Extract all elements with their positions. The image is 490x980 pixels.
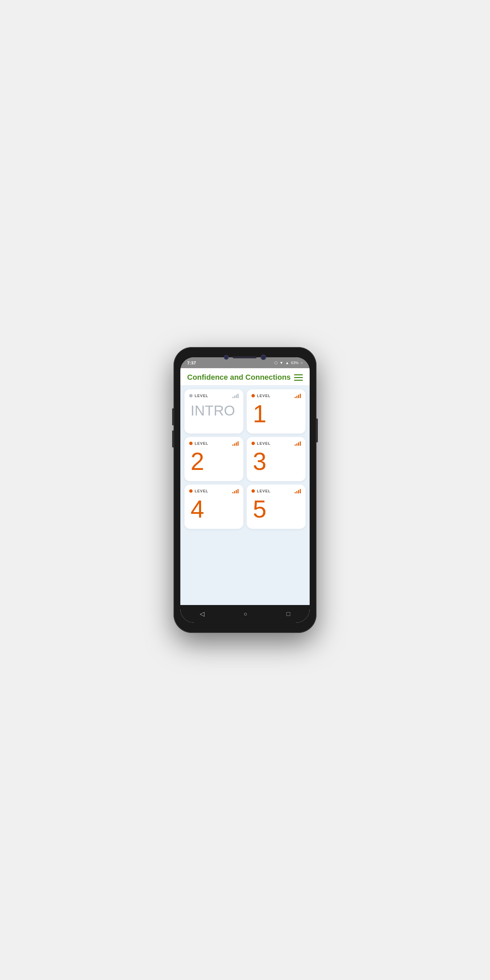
level-label-1: LEVEL (257, 394, 270, 398)
front-camera-right (261, 355, 266, 360)
level-card-2[interactable]: LEVEL 2 (185, 437, 243, 481)
level-card-5-left: LEVEL (251, 489, 270, 493)
level-display-intro: INTRO (189, 404, 239, 418)
level-label-3: LEVEL (257, 441, 270, 445)
level-label-intro: LEVEL (195, 394, 208, 398)
level-card-5-header: LEVEL (251, 488, 301, 493)
level-card-2-left: LEVEL (189, 441, 208, 445)
volume-up-button[interactable] (172, 408, 173, 425)
level-card-3-header: LEVEL (251, 441, 301, 446)
volume-down-button[interactable] (172, 430, 173, 447)
level-display-5: 5 (251, 497, 301, 521)
level-dot-1 (251, 394, 255, 398)
signal-icon-intro (232, 393, 239, 398)
level-dot-3 (251, 442, 255, 445)
hamburger-line-1 (294, 374, 303, 375)
phone-device: 7:37 ⬡ ▼ ▲ 63% ○ Confidence and Connecti… (173, 347, 317, 633)
home-nav-button[interactable]: ○ (243, 611, 247, 617)
level-card-4[interactable]: LEVEL 4 (185, 485, 243, 529)
level-display-2: 2 (189, 449, 239, 474)
level-card-4-header: LEVEL (189, 488, 239, 493)
levels-content: LEVEL INTRO (180, 385, 310, 605)
level-dot-5 (251, 489, 255, 493)
level-display-4: 4 (189, 497, 239, 521)
level-card-2-header: LEVEL (189, 441, 239, 446)
level-card-1-header: LEVEL (251, 393, 301, 398)
camera-bar (173, 347, 317, 368)
level-card-intro-header: LEVEL (189, 393, 239, 398)
levels-grid: LEVEL INTRO (185, 389, 305, 529)
level-card-1-left: LEVEL (251, 394, 270, 398)
app-header: Confidence and Connections (180, 368, 310, 385)
level-dot-2 (189, 442, 192, 445)
signal-icon-1 (295, 393, 301, 398)
level-label-4: LEVEL (195, 489, 208, 493)
hamburger-line-3 (294, 380, 303, 381)
speaker (233, 356, 256, 358)
level-card-3[interactable]: LEVEL 3 (247, 437, 305, 481)
back-nav-button[interactable]: ◁ (200, 610, 205, 617)
signal-icon-2 (232, 441, 239, 446)
signal-icon-3 (295, 441, 301, 446)
app-title: Confidence and Connections (187, 373, 291, 382)
level-card-intro-left: LEVEL (189, 394, 208, 398)
front-camera-left (224, 355, 229, 360)
level-display-1: 1 (251, 401, 301, 426)
level-card-intro[interactable]: LEVEL INTRO (185, 389, 243, 434)
signal-icon-4 (232, 488, 239, 493)
hamburger-menu-button[interactable] (294, 374, 303, 381)
level-dot-4 (189, 489, 192, 493)
recent-nav-button[interactable]: □ (286, 611, 290, 617)
level-label-2: LEVEL (195, 441, 208, 445)
level-card-5[interactable]: LEVEL 5 (247, 485, 305, 529)
bottom-nav-bar: ◁ ○ □ (180, 605, 310, 623)
level-label-5: LEVEL (257, 489, 270, 493)
level-card-3-left: LEVEL (251, 441, 270, 445)
level-card-1[interactable]: LEVEL 1 (247, 389, 305, 434)
level-display-3: 3 (251, 449, 301, 474)
phone-screen: 7:37 ⬡ ▼ ▲ 63% ○ Confidence and Connecti… (180, 357, 310, 623)
level-dot-intro (189, 394, 192, 398)
signal-icon-5 (295, 488, 301, 493)
level-card-4-left: LEVEL (189, 489, 208, 493)
hamburger-line-2 (294, 377, 303, 378)
power-button[interactable] (317, 418, 318, 442)
